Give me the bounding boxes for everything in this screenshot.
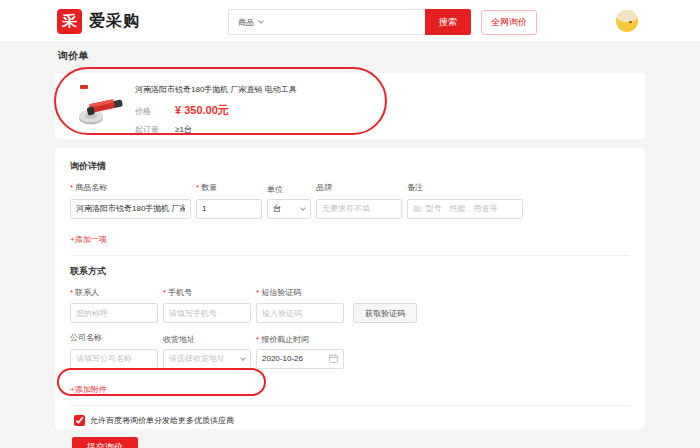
moq-label: 起订量 [135, 124, 175, 135]
header: 采 爱采购 商品 搜索 全网询价 [0, 0, 700, 43]
deadline-input[interactable]: 2020-10-26 [256, 349, 344, 369]
detail-fields-row: 商品名称 数量 单位 台 品牌 备注 [70, 182, 630, 219]
search-box: 商品 [228, 9, 425, 35]
consent-row: 允许百度将询价单分发给更多优质供应商 [74, 415, 630, 426]
field-brand: 品牌 [316, 182, 402, 219]
company-input[interactable] [70, 349, 158, 369]
product-name-input[interactable] [70, 199, 191, 219]
add-attachment-link[interactable]: +添加附件 [70, 384, 107, 395]
chevron-down-icon [300, 205, 306, 211]
contact-fields-row: 联系人 手机号 短信验证码 获取验证码 [70, 287, 630, 324]
search-bar: 商品 搜索 全网询价 [228, 9, 537, 35]
add-item-link[interactable]: +添加一项 [70, 234, 107, 245]
search-category-dropdown[interactable]: 商品 [238, 17, 263, 28]
section-title-detail: 询价详情 [70, 160, 630, 173]
company-label: 公司名称 [70, 332, 158, 343]
field-company: 公司名称 [70, 332, 158, 369]
logo-text: 爱采购 [89, 11, 140, 32]
deadline-label: 报价截止时间 [256, 334, 344, 345]
divider [70, 405, 630, 406]
field-product-name: 商品名称 [70, 182, 191, 219]
field-quantity: 数量 [196, 182, 262, 219]
product-name-label: 商品名称 [70, 182, 191, 193]
field-sms-code: 短信验证码 [256, 287, 344, 324]
sms-code-label: 短信验证码 [256, 287, 344, 298]
divider [70, 255, 630, 256]
brand-input[interactable] [316, 199, 402, 219]
field-deadline: 报价截止时间 2020-10-26 [256, 334, 344, 369]
inquiry-form-card: 询价详情 商品名称 数量 单位 台 品牌 备注 [55, 148, 645, 429]
address-placeholder: 请选择收货地址 [169, 353, 225, 364]
product-info: 河南洛阳市锐奇180手抛机 厂家直销 电动工具 价格 ¥ 350.00元 起订量… [135, 83, 297, 139]
get-code-button[interactable]: 获取验证码 [353, 303, 417, 323]
consent-checkbox[interactable] [74, 415, 85, 426]
product-image [78, 83, 128, 129]
search-category-label: 商品 [238, 17, 254, 28]
address-label: 收货地址 [163, 334, 251, 345]
phone-input[interactable] [163, 303, 251, 323]
consent-label: 允许百度将询价单分发给更多优质供应商 [90, 415, 234, 426]
section-title-contact: 联系方式 [70, 265, 630, 278]
note-label: 备注 [407, 182, 523, 193]
deadline-value: 2020-10-26 [262, 354, 303, 363]
page-title: 询价单 [58, 49, 88, 63]
contact-person-label: 联系人 [70, 287, 158, 298]
chevron-down-icon [258, 18, 264, 24]
sms-code-input[interactable] [256, 303, 344, 323]
search-button[interactable]: 搜索 [425, 9, 471, 35]
quantity-input[interactable] [196, 199, 262, 219]
product-card[interactable]: 河南洛阳市锐奇180手抛机 厂家直销 电动工具 价格 ¥ 350.00元 起订量… [55, 73, 645, 139]
inquiry-page: 采 爱采购 商品 搜索 全网询价 询价单 [0, 0, 700, 448]
address-select[interactable]: 请选择收货地址 [163, 349, 251, 369]
field-phone: 手机号 [163, 287, 251, 324]
submit-inquiry-button[interactable]: 提交询价 [72, 437, 138, 448]
phone-label: 手机号 [163, 287, 251, 298]
contact-person-input[interactable] [70, 303, 158, 323]
netwide-inquiry-button[interactable]: 全网询价 [481, 10, 537, 35]
calendar-icon [329, 354, 338, 363]
field-contact-person: 联系人 [70, 287, 158, 324]
logo[interactable]: 采 爱采购 [57, 9, 140, 34]
search-input[interactable] [269, 12, 425, 32]
quantity-label: 数量 [196, 182, 262, 193]
product-title: 河南洛阳市锐奇180手抛机 厂家直销 电动工具 [135, 84, 297, 95]
unit-label: 单位 [267, 184, 311, 195]
moq-value: ≥1台 [175, 124, 192, 135]
field-unit: 单位 台 [267, 184, 311, 219]
brand-label: 品牌 [316, 182, 402, 193]
angle-grinder-image [78, 83, 128, 129]
unit-select[interactable]: 台 [267, 199, 311, 219]
price-label: 价格 [135, 106, 175, 117]
chevron-down-icon [240, 355, 246, 361]
unit-value: 台 [273, 203, 281, 214]
avatar[interactable] [616, 10, 638, 32]
field-address: 收货地址 请选择收货地址 [163, 334, 251, 369]
field-note: 备注 [407, 182, 523, 219]
note-input[interactable] [407, 199, 523, 219]
logo-icon: 采 [57, 9, 82, 34]
company-fields-row: 公司名称 收货地址 请选择收货地址 报价截止时间 2020-10-26 [70, 332, 630, 369]
price-value: ¥ 350.00元 [175, 103, 229, 118]
